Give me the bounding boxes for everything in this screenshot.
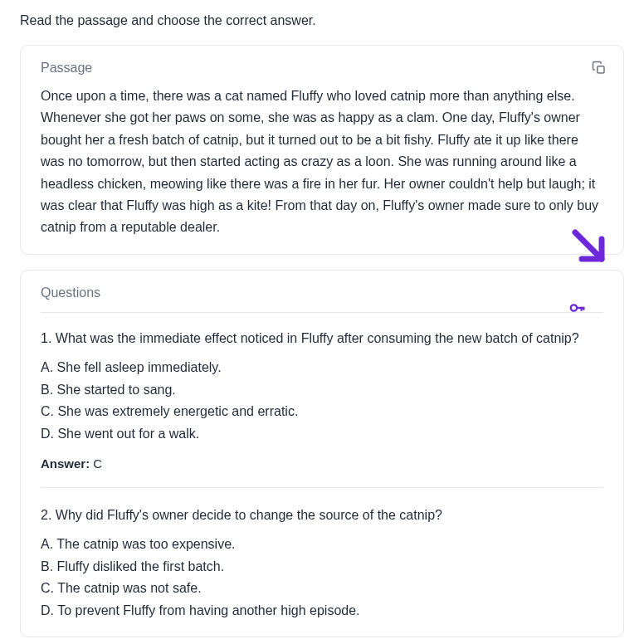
questions-title: Questions xyxy=(41,285,603,300)
option-d: D. She went out for a walk. xyxy=(41,423,603,445)
question-prompt: 1. What was the immediate effect noticed… xyxy=(41,328,603,349)
questions-card: Questions 1. What was the immediate effe… xyxy=(20,270,624,637)
option-c: C. She was extremely energetic and errat… xyxy=(41,401,603,422)
question-item: 2. Why did Fluffy's owner decide to chan… xyxy=(41,505,603,622)
option-a: A. The catnip was too expensive. xyxy=(41,534,603,555)
instruction-text: Read the passage and choose the correct … xyxy=(20,13,624,28)
option-d: D. To prevent Fluffy from having another… xyxy=(41,600,603,622)
question-item: 1. What was the immediate effect noticed… xyxy=(41,328,603,488)
option-a: A. She fell asleep immediately. xyxy=(41,357,603,378)
answer-label: Answer: xyxy=(41,456,90,471)
option-b: B. She started to sang. xyxy=(41,379,603,401)
question-prompt: 2. Why did Fluffy's owner decide to chan… xyxy=(41,505,603,526)
option-b: B. Fluffy disliked the first batch. xyxy=(41,556,603,578)
passage-card: Passage Once upon a time, there was a ca… xyxy=(20,45,624,255)
copy-icon[interactable] xyxy=(592,61,607,76)
passage-body: Once upon a time, there was a cat named … xyxy=(41,85,603,239)
answer-value: C xyxy=(93,456,102,471)
question-options: A. The catnip was too expensive. B. Fluf… xyxy=(41,534,603,622)
option-c: C. The catnip was not safe. xyxy=(41,578,603,599)
key-icon[interactable] xyxy=(568,299,587,320)
answer-row: Answer: C xyxy=(41,456,603,471)
passage-title: Passage xyxy=(41,61,603,76)
svg-rect-0 xyxy=(598,66,604,73)
question-options: A. She fell asleep immediately. B. She s… xyxy=(41,357,603,445)
